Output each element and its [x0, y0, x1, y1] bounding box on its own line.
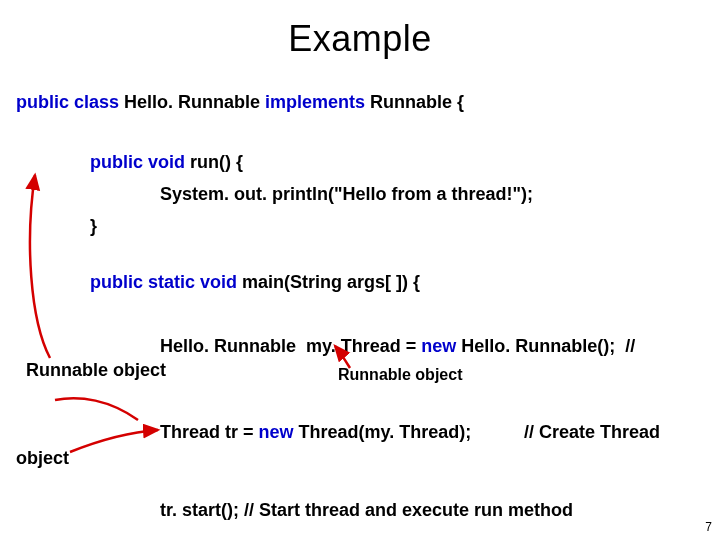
- code-l2: public void run() {: [90, 152, 243, 173]
- annotation-overlay: [0, 0, 720, 540]
- code-l7a: Runnable object: [26, 360, 166, 381]
- code-l8a: Thread tr = new Thread(my. Thread);: [160, 422, 471, 443]
- page-number: 7: [705, 520, 712, 534]
- slide-title: Example: [0, 18, 720, 60]
- code-l3: System. out. println("Hello from a threa…: [160, 184, 533, 205]
- code-l5: public static void main(String args[ ]) …: [90, 272, 420, 293]
- arrow-runnable-to-run: [30, 175, 50, 358]
- arrow-object-to-thread: [70, 430, 158, 452]
- code-l9: object: [16, 448, 69, 469]
- slide: Example public class Hello. Runnable imp…: [0, 0, 720, 540]
- code-l6: Hello. Runnable my. Thread = new Hello. …: [160, 336, 635, 357]
- code-l7b: Runnable object: [338, 366, 462, 384]
- code-l8b: // Create Thread: [524, 422, 660, 443]
- code-l4: }: [90, 216, 97, 237]
- code-l10: tr. start(); // Start thread and execute…: [160, 500, 573, 521]
- code-l1: public class Hello. Runnable implements …: [16, 92, 464, 113]
- arrow-scribble: [55, 398, 138, 420]
